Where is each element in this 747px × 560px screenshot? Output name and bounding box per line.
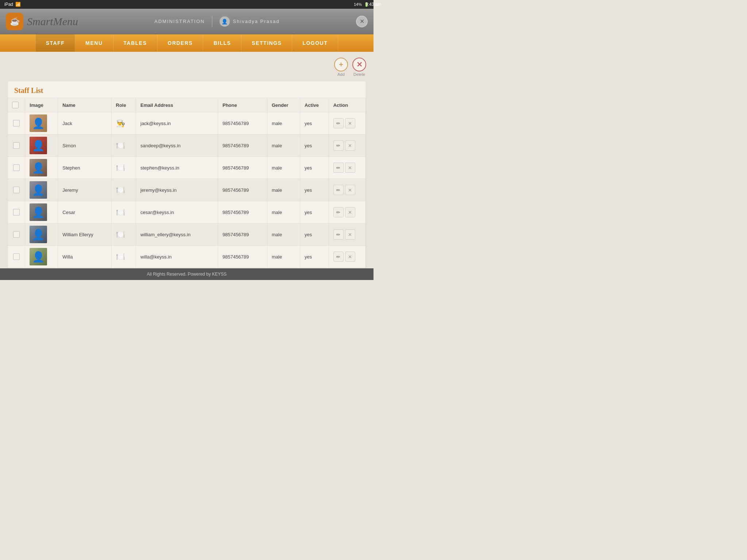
admin-label: ADMINISTRATION [154, 19, 205, 24]
row-phone: 9857456789 [218, 223, 267, 246]
edit-button[interactable]: ✏ [333, 252, 344, 262]
table-row: 👤 Willa 🍽️ willa@keyss.in 9857456789 mal… [8, 246, 366, 268]
row-email: jeremy@keyss.in [136, 179, 218, 201]
row-name: Stephen [58, 157, 111, 179]
row-checkbox[interactable] [13, 164, 20, 171]
row-image-cell: 👤 [25, 223, 58, 246]
row-checkbox-cell [8, 112, 25, 135]
row-role: 🍽️ [111, 157, 136, 179]
row-checkbox[interactable] [13, 253, 20, 260]
role-icon: 🍽️ [116, 230, 125, 238]
row-gender: male [267, 246, 300, 268]
row-delete-button[interactable]: ✕ [345, 163, 355, 173]
delete-button[interactable]: ✕ Delete [352, 58, 366, 77]
row-gender: male [267, 135, 300, 157]
footer: All Rights Reserved. Powered by KEYSS [0, 268, 374, 280]
nav-item-tables[interactable]: TABLES [113, 34, 158, 52]
row-delete-button[interactable]: ✕ [345, 229, 355, 240]
role-icon: 👨‍🍳 [116, 119, 125, 127]
nav-item-staff[interactable]: STAFF [35, 34, 76, 52]
row-role: 🍽️ [111, 179, 136, 201]
user-icon: 👤 [220, 16, 230, 27]
edit-button[interactable]: ✏ [333, 118, 344, 128]
row-action: ✏ ✕ [329, 112, 365, 135]
row-delete-button[interactable]: ✕ [345, 140, 355, 151]
logo-text: SmartMenu [27, 15, 78, 28]
row-delete-button[interactable]: ✕ [345, 118, 355, 128]
delete-label: Delete [353, 72, 365, 77]
avatar: 👤 [30, 203, 47, 221]
role-icon: 🍽️ [116, 253, 125, 261]
col-header-checkbox [8, 98, 25, 112]
row-checkbox-cell [8, 157, 25, 179]
row-checkbox[interactable] [13, 187, 20, 193]
edit-button[interactable]: ✏ [333, 207, 344, 217]
nav-item-menu[interactable]: MENU [75, 34, 113, 52]
main-content: + Add ✕ Delete Staff List Image Name Rol… [0, 52, 374, 268]
row-action: ✏ ✕ [329, 223, 365, 246]
row-name: Simon [58, 135, 111, 157]
add-label: Add [337, 72, 345, 77]
row-role: 🍽️ [111, 201, 136, 223]
edit-button[interactable]: ✏ [333, 185, 344, 195]
row-action: ✏ ✕ [329, 201, 365, 223]
row-role: 🍽️ [111, 135, 136, 157]
avatar: 👤 [30, 159, 47, 176]
row-email: cesar@keyss.in [136, 201, 218, 223]
row-active: yes [300, 112, 329, 135]
row-active: yes [300, 157, 329, 179]
row-image-cell: 👤 [25, 157, 58, 179]
row-checkbox[interactable] [13, 120, 20, 127]
close-button[interactable]: ✕ [356, 16, 368, 27]
avatar: 👤 [30, 226, 47, 243]
col-header-phone: Phone [218, 98, 267, 112]
role-icon: 🍽️ [116, 164, 125, 172]
row-phone: 9857456789 [218, 112, 267, 135]
col-header-image: Image [25, 98, 58, 112]
footer-text: All Rights Reserved. Powered by KEYSS [147, 272, 227, 277]
row-active: yes [300, 223, 329, 246]
row-action: ✏ ✕ [329, 179, 365, 201]
nav-item-settings[interactable]: SETTINGS [241, 34, 292, 52]
add-icon[interactable]: + [334, 58, 348, 71]
table-row: 👤 Stephen 🍽️ stephen@keyss.in 9857456789… [8, 157, 366, 179]
row-checkbox-cell [8, 135, 25, 157]
row-active: yes [300, 201, 329, 223]
delete-icon[interactable]: ✕ [352, 58, 366, 71]
row-image-cell: 👤 [25, 179, 58, 201]
row-action: ✏ ✕ [329, 246, 365, 268]
header-user: 👤 Shivadya Prasad [220, 16, 279, 27]
staff-list-title: Staff List [8, 81, 366, 98]
row-role: 👨‍🍳 [111, 112, 136, 135]
table-row: 👤 Cesar 🍽️ cesar@keyss.in 9857456789 mal… [8, 201, 366, 223]
row-checkbox[interactable] [13, 142, 20, 149]
nav-item-bills[interactable]: BILLS [203, 34, 241, 52]
row-name: William Elleryy [58, 223, 111, 246]
add-button[interactable]: + Add [334, 58, 348, 77]
table-row: 👤 William Elleryy 🍽️ william_ellery@keys… [8, 223, 366, 246]
nav-item-logout[interactable]: LOGOUT [292, 34, 338, 52]
row-checkbox-cell [8, 201, 25, 223]
staff-table: Image Name Role Email Address Phone Gend… [8, 98, 366, 268]
edit-button[interactable]: ✏ [333, 163, 344, 173]
row-image-cell: 👤 [25, 112, 58, 135]
staff-panel: Staff List Image Name Role Email Address… [7, 81, 366, 268]
logo-area: ☕ SmartMenu [6, 13, 78, 30]
row-checkbox[interactable] [13, 209, 20, 215]
ipad-label: iPad [4, 2, 13, 7]
row-checkbox-cell [8, 179, 25, 201]
row-delete-button[interactable]: ✕ [345, 252, 355, 262]
row-delete-button[interactable]: ✕ [345, 207, 355, 217]
row-checkbox[interactable] [13, 231, 20, 238]
user-name: Shivadya Prasad [233, 19, 279, 24]
nav-item-orders[interactable]: ORDERS [158, 34, 204, 52]
edit-button[interactable]: ✏ [333, 229, 344, 240]
row-gender: male [267, 157, 300, 179]
row-delete-button[interactable]: ✕ [345, 185, 355, 195]
row-action: ✏ ✕ [329, 135, 365, 157]
row-role: 🍽️ [111, 223, 136, 246]
row-checkbox-cell [8, 223, 25, 246]
edit-button[interactable]: ✏ [333, 140, 344, 151]
toolbar: + Add ✕ Delete [7, 58, 366, 77]
header-checkbox[interactable] [12, 102, 19, 108]
